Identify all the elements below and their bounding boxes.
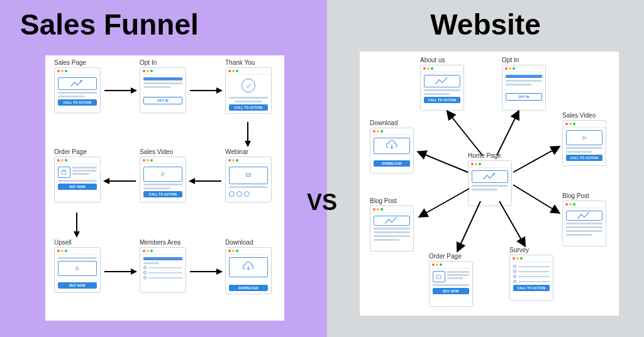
presentation-icon bbox=[229, 167, 268, 184]
card-label: Sales Video bbox=[562, 112, 606, 119]
card-label: Upsell bbox=[54, 239, 101, 246]
buy-button: BUY NOW bbox=[58, 282, 97, 289]
cart-icon bbox=[433, 271, 445, 282]
play-icon bbox=[566, 130, 602, 145]
arrow-icon bbox=[103, 86, 137, 96]
svg-line-29 bbox=[420, 189, 469, 216]
card-sales-video-web: Sales Video CALL TO ACTION bbox=[562, 112, 606, 166]
svg-line-25 bbox=[448, 112, 482, 155]
svg-marker-2 bbox=[162, 172, 165, 176]
card-webinar: Webinar bbox=[225, 148, 272, 202]
cart-icon bbox=[58, 167, 70, 178]
svg-line-31 bbox=[458, 201, 480, 250]
avatars-icon bbox=[229, 191, 268, 197]
website-diagram: Home Page About us CALL TO ACTION Opt In… bbox=[360, 52, 619, 316]
checkmark-icon bbox=[242, 79, 255, 92]
card-label: Thank You bbox=[225, 59, 272, 66]
cta-button: CALL TO ACTION bbox=[58, 99, 97, 106]
download-cloud-icon bbox=[229, 257, 268, 277]
svg-line-26 bbox=[497, 112, 518, 155]
card-label: Sales Video bbox=[140, 148, 186, 155]
download-cloud-icon bbox=[374, 138, 410, 154]
hero-image-icon bbox=[58, 77, 97, 90]
card-home-page: Home Page bbox=[468, 152, 512, 206]
cta-button: CALL TO ACTION bbox=[143, 191, 182, 197]
svg-marker-14 bbox=[103, 178, 109, 184]
svg-line-27 bbox=[419, 152, 468, 172]
arrow-icon bbox=[103, 267, 137, 277]
funnel-diagram: Sales Page CALL TO ACTION Opt In OPT bbox=[45, 55, 284, 321]
svg-marker-16 bbox=[74, 231, 80, 238]
svg-marker-4 bbox=[76, 267, 79, 270]
svg-marker-18 bbox=[131, 268, 137, 275]
card-label: Blog Post bbox=[370, 197, 414, 204]
svg-marker-22 bbox=[583, 136, 586, 140]
hero-image-icon bbox=[424, 75, 460, 87]
buy-button: BUY NOW bbox=[433, 288, 469, 294]
card-upsell: Upsell BUY NOW bbox=[54, 239, 101, 293]
arrow-icon bbox=[189, 86, 223, 96]
card-label: Order Page bbox=[54, 148, 101, 155]
card-blog-post-left: Blog Post bbox=[370, 197, 414, 251]
svg-rect-23 bbox=[436, 275, 441, 279]
svg-rect-1 bbox=[62, 171, 66, 174]
card-opt-in: Opt In OPT IN bbox=[140, 59, 186, 113]
download-button: DOWNLOAD bbox=[229, 285, 268, 291]
card-label: Download bbox=[225, 239, 272, 246]
card-label: Blog Post bbox=[562, 192, 606, 199]
card-download: Download DOWNLOAD bbox=[225, 239, 272, 294]
arrow-icon bbox=[189, 267, 223, 277]
card-label: Webinar bbox=[225, 148, 272, 155]
card-label: About us bbox=[420, 57, 464, 64]
play-icon bbox=[143, 167, 182, 182]
arrow-icon bbox=[72, 211, 82, 238]
right-panel: Website Home Page About us CALL TO ACTIO… bbox=[327, 0, 644, 337]
arrow-icon bbox=[243, 121, 253, 147]
cta-button: CALL TO ACTION bbox=[566, 155, 602, 161]
card-order-page: Order Page BUY NOW bbox=[54, 148, 101, 202]
card-sales-page: Sales Page CALL TO ACTION bbox=[54, 59, 101, 113]
left-title: Sales Funnel bbox=[20, 8, 327, 41]
cta-button: CALL TO ACTION bbox=[424, 97, 460, 103]
card-thank-you: Thank You CALL TO ACTION bbox=[225, 59, 272, 114]
card-label: Order Page bbox=[429, 253, 473, 260]
card-survey: Survey CALL TO ACTION bbox=[509, 246, 553, 301]
card-label: Opt In bbox=[502, 57, 546, 64]
optin-button: OPT IN bbox=[143, 97, 182, 104]
card-label: Members Area bbox=[140, 239, 186, 246]
svg-marker-10 bbox=[245, 141, 251, 147]
play-icon bbox=[58, 261, 97, 276]
hero-image-icon bbox=[472, 170, 508, 183]
arrow-icon bbox=[189, 176, 223, 186]
arrow-icon bbox=[103, 176, 137, 186]
card-members-area: Members Area bbox=[140, 239, 186, 293]
card-order-page-web: Order Page BUY NOW bbox=[429, 253, 473, 307]
card-sales-video: Sales Video CALL TO ACTION bbox=[140, 148, 186, 202]
card-download-web: Download DOWNLOAD bbox=[370, 119, 414, 174]
card-label: Sales Page bbox=[54, 59, 101, 66]
card-about-us: About us CALL TO ACTION bbox=[420, 57, 464, 111]
svg-marker-8 bbox=[216, 87, 223, 94]
download-button: DOWNLOAD bbox=[374, 160, 410, 167]
svg-line-32 bbox=[499, 201, 525, 245]
card-opt-in-web: Opt In OPT IN bbox=[502, 57, 546, 111]
card-label: Opt In bbox=[140, 59, 186, 66]
left-panel: Sales Funnel Sales Page CALL TO ACTION O… bbox=[0, 0, 327, 337]
optin-button: OPT IN bbox=[506, 93, 542, 101]
svg-marker-20 bbox=[216, 268, 223, 275]
right-title: Website bbox=[327, 8, 644, 41]
svg-marker-6 bbox=[131, 87, 137, 94]
versus-text: VS bbox=[307, 189, 337, 216]
card-label: Home Page bbox=[468, 152, 512, 159]
card-label: Survey bbox=[509, 246, 553, 253]
svg-marker-12 bbox=[189, 178, 195, 184]
hero-image-icon bbox=[566, 211, 602, 221]
cta-button: CALL TO ACTION bbox=[229, 104, 268, 111]
card-label: Download bbox=[370, 119, 414, 126]
buy-button: BUY NOW bbox=[58, 184, 97, 190]
svg-line-28 bbox=[513, 147, 558, 172]
hero-image-icon bbox=[374, 216, 410, 226]
svg-line-30 bbox=[513, 185, 558, 213]
card-blog-post-right: Blog Post bbox=[562, 192, 606, 246]
cta-button: CALL TO ACTION bbox=[513, 285, 550, 291]
